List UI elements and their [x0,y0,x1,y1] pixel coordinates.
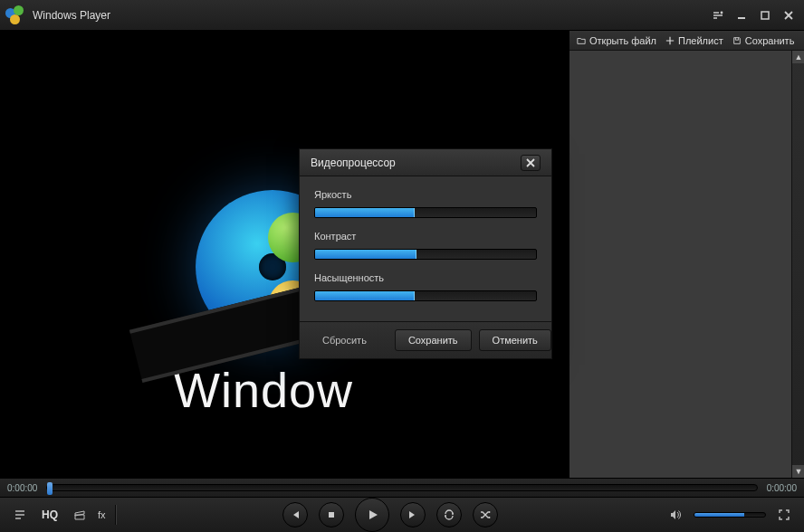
app-title: Windows Player [33,9,110,22]
fullscreen-icon[interactable] [773,505,795,525]
minimize-button[interactable] [732,7,751,24]
open-file-label: Открыть файл [589,35,656,46]
brightness-label: Яркость [314,189,537,200]
brightness-slider[interactable] [314,207,537,218]
fx-button[interactable]: fx [98,509,106,520]
playlist-list[interactable] [570,51,804,478]
save-playlist-label: Сохранить [745,35,795,46]
maximize-button[interactable] [755,7,775,24]
time-current: 0:00:00 [7,483,37,493]
dialog-save-button[interactable]: Сохранить [395,329,472,351]
svg-rect-2 [329,512,334,518]
titlebar: Windows Player [0,0,804,31]
scroll-down-button[interactable]: ▼ [792,465,804,478]
dialog-title: Видеопроцессор [311,157,396,169]
play-button[interactable] [355,498,389,532]
volume-icon[interactable] [665,505,686,525]
shuffle-button[interactable] [473,502,498,527]
save-playlist-button[interactable]: Сохранить [732,35,795,46]
clapper-icon[interactable] [69,505,91,525]
svg-point-0 [721,11,723,14]
hq-button[interactable]: HQ [38,507,62,523]
time-total: 0:00:00 [767,483,797,493]
brightness-fill [315,208,415,217]
next-button[interactable] [400,502,426,527]
volume-fill [694,513,744,517]
dialog-cancel-button[interactable]: Отменить [479,329,551,351]
playlist-scrollbar[interactable]: ▲ ▼ [791,51,804,478]
volume-slider[interactable] [694,512,766,518]
contrast-slider[interactable] [314,249,537,260]
playlist-label: Плейлист [678,35,723,46]
seek-thumb[interactable] [47,482,53,495]
playlist-toggle-icon[interactable] [9,505,31,525]
close-button[interactable] [779,7,799,24]
saturation-fill [315,291,415,300]
open-file-button[interactable]: Открыть файл [577,35,656,46]
video-processor-dialog: Видеопроцессор Яркость Контраст Насыщенн… [299,148,552,359]
repeat-button[interactable] [436,502,462,527]
contrast-label: Контраст [314,231,537,242]
seek-slider[interactable] [46,484,757,491]
stop-button[interactable] [319,502,344,527]
scroll-up-button[interactable]: ▲ [792,51,804,63]
playlist-button[interactable]: Плейлист [665,35,723,46]
reset-button[interactable]: Сбросить [309,329,380,351]
svg-rect-1 [761,12,769,19]
prev-button[interactable] [282,502,308,527]
app-icon [5,5,25,25]
contrast-fill [315,250,416,259]
saturation-slider[interactable] [314,290,537,301]
playlist-sidebar: Открыть файл Плейлист Сохранить ▲ ▼ [569,31,804,478]
dialog-close-button[interactable] [521,155,541,171]
equalizer-icon[interactable] [708,7,728,24]
saturation-label: Насыщенность [314,272,537,283]
